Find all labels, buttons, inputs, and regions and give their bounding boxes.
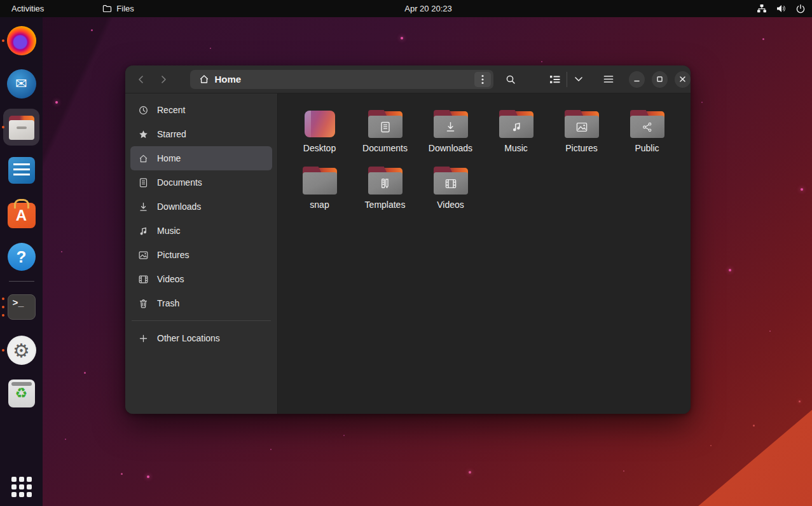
file-item-videos[interactable]: Videos [418, 167, 483, 223]
list-view-button[interactable] [545, 69, 565, 90]
star-dot [121, 473, 123, 475]
app-menu-button[interactable]: Files [95, 0, 141, 17]
file-item-downloads[interactable]: Downloads [418, 110, 483, 167]
running-indicator [2, 297, 4, 317]
maximize-button[interactable] [652, 71, 668, 88]
kebab-menu-icon [481, 74, 484, 85]
templates-folder-icon [368, 167, 403, 195]
file-item-pictures[interactable]: Pictures [549, 110, 614, 167]
search-button[interactable] [501, 69, 521, 90]
star-dot [147, 475, 149, 478]
minimize-button[interactable] [629, 71, 645, 88]
power-icon [795, 4, 806, 14]
hamburger-menu-icon [603, 75, 614, 83]
sidebar-item-label: Pictures [157, 250, 189, 260]
sidebar-separator [132, 320, 271, 321]
dock: ✉ A ? >_ ⚙ ♻ [0, 17, 43, 506]
top-bar: Activities Files Apr 20 20:23 [0, 0, 812, 17]
activities-button[interactable]: Activities [0, 0, 55, 17]
dock-divider [9, 281, 34, 282]
system-status-area[interactable] [757, 4, 806, 14]
star-dot [623, 470, 624, 472]
file-item-templates[interactable]: Templates [352, 167, 418, 223]
close-icon [679, 76, 686, 83]
sidebar-item-starred[interactable]: Starred [130, 122, 272, 146]
desktop-folder-icon [303, 110, 337, 138]
view-options-button[interactable] [568, 69, 589, 90]
view-toggle-separator [567, 72, 567, 87]
files-window: Home [125, 65, 691, 414]
sidebar-item-other-locations[interactable]: Other Locations [130, 326, 272, 350]
forward-button[interactable] [153, 70, 175, 89]
chevron-down-icon [574, 76, 583, 82]
dock-item-settings[interactable]: ⚙ [0, 334, 43, 367]
close-button[interactable] [675, 71, 691, 88]
ubuntu-software-icon: A [8, 203, 36, 228]
pictures-folder-icon [565, 110, 599, 138]
sidebar-item-documents[interactable]: Documents [130, 170, 272, 195]
star-icon [138, 130, 148, 139]
back-button[interactable] [130, 70, 153, 89]
file-item-desktop[interactable]: Desktop [287, 110, 352, 167]
file-item-documents[interactable]: Documents [352, 110, 418, 167]
forward-icon [159, 75, 168, 84]
path-menu-button[interactable] [474, 72, 491, 87]
file-label: snap [310, 200, 329, 210]
sidebar-item-downloads[interactable]: Downloads [130, 195, 272, 219]
dock-item-help[interactable]: ? [0, 240, 43, 273]
star-dot [769, 331, 771, 332]
download-icon [138, 202, 148, 212]
recent-icon [138, 106, 148, 115]
file-item-public[interactable]: Public [614, 110, 680, 167]
file-label: Pictures [565, 143, 598, 153]
dock-item-trash[interactable]: ♻ [0, 377, 43, 410]
running-indicator [2, 126, 4, 128]
sidebar-item-label: Videos [157, 274, 184, 284]
file-label: Music [504, 143, 528, 153]
sidebar-item-label: Downloads [157, 202, 201, 212]
show-applications-icon[interactable] [11, 477, 32, 497]
dock-item-firefox[interactable] [0, 24, 43, 57]
star-dot [84, 372, 86, 374]
clock-label: Apr 20 20:23 [404, 4, 451, 13]
dock-item-ubuntu-software[interactable]: A [0, 197, 43, 230]
image-glyph-icon [565, 116, 599, 138]
file-browser-content[interactable]: Desktop Documents [278, 93, 691, 414]
file-item-music[interactable]: Music [483, 110, 549, 167]
plus-icon [138, 334, 148, 343]
terminal-icon: >_ [8, 294, 36, 320]
star-dot [65, 439, 66, 440]
file-label: Documents [362, 143, 408, 153]
home-icon [138, 154, 148, 163]
pictures-icon [138, 251, 148, 259]
file-label: Videos [437, 200, 464, 210]
minimize-icon [633, 76, 640, 83]
libreoffice-writer-icon [8, 157, 35, 184]
search-icon [506, 74, 516, 85]
snap-folder-icon [303, 167, 337, 195]
star-dot [710, 445, 712, 446]
videos-icon [138, 275, 148, 284]
downloads-folder-icon [434, 110, 468, 138]
sidebar-item-pictures[interactable]: Pictures [130, 243, 272, 267]
documents-folder-icon [368, 110, 403, 138]
sidebar-item-trash[interactable]: Trash [130, 291, 272, 315]
clock-button[interactable]: Apr 20 20:23 [404, 4, 451, 13]
main-menu-button[interactable] [599, 69, 619, 90]
public-folder-icon [630, 110, 664, 138]
sidebar-item-videos[interactable]: Videos [130, 267, 272, 291]
dock-item-thunderbird[interactable]: ✉ [0, 67, 43, 100]
path-bar[interactable]: Home [190, 70, 493, 89]
star-dot [541, 61, 542, 62]
sidebar-item-music[interactable]: Music [130, 219, 272, 243]
file-label: Desktop [303, 143, 336, 153]
dock-item-files[interactable] [0, 111, 43, 144]
sidebar-item-home[interactable]: Home [130, 146, 272, 170]
dock-item-terminal[interactable]: >_ [0, 291, 43, 324]
file-item-snap[interactable]: snap [287, 167, 352, 223]
star-dot [91, 29, 93, 31]
dock-item-libreoffice-writer[interactable] [0, 154, 43, 187]
home-icon [199, 74, 209, 84]
star-dot [801, 188, 803, 191]
sidebar-item-recent[interactable]: Recent [130, 98, 272, 122]
